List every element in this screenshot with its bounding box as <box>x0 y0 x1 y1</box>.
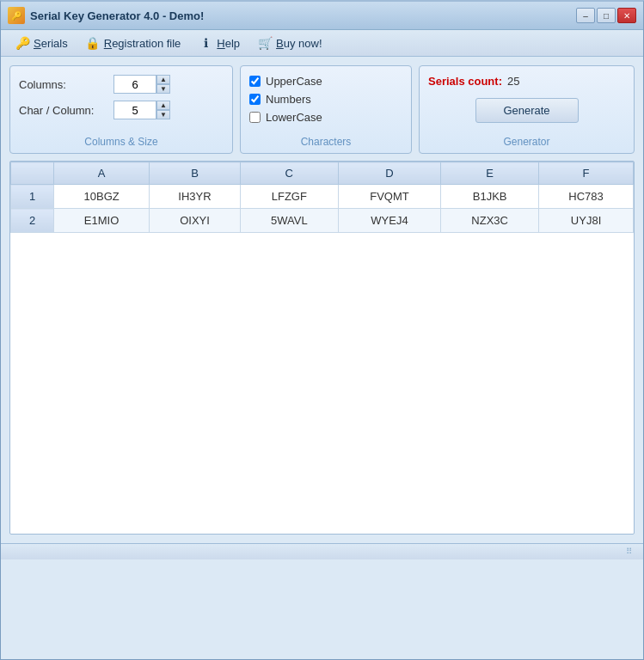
panel-columns-size: Columns: 6 ▲ ▼ Char / Column: 5 ▲ <box>9 65 233 154</box>
serials-table-container: A B C D E F 110BGZIH3YRLFZGFFVQMTB1JKBHC… <box>9 161 635 535</box>
generate-button[interactable]: Generate <box>475 98 579 123</box>
row-number: 2 <box>11 209 54 233</box>
cell-a: 10BGZ <box>54 185 150 209</box>
cell-b: IH3YR <box>150 185 241 209</box>
registration-icon: 🔒 <box>85 35 101 51</box>
columns-input[interactable]: 6 <box>113 75 156 94</box>
lowercase-checkbox[interactable] <box>249 112 261 123</box>
uppercase-checkbox[interactable] <box>249 76 261 87</box>
table-row: 2E1MIOOIXYI5WAVLWYEJ4NZX3CUYJ8I <box>11 209 634 233</box>
row-number: 1 <box>11 185 54 209</box>
table-header-row: A B C D E F <box>11 162 634 185</box>
maximize-button[interactable]: □ <box>597 8 616 23</box>
menu-buy[interactable]: 🛒 Buy now! <box>250 33 328 53</box>
serials-icon: 🔑 <box>15 35 30 51</box>
table-header-b: B <box>150 162 241 185</box>
char-column-spinner-buttons: ▲ ▼ <box>156 101 170 119</box>
resize-grip[interactable]: ⠿ <box>626 547 636 557</box>
cell-f: UYJ8I <box>539 209 634 233</box>
generator-panel-label: Generator <box>420 136 634 148</box>
window-title: Serial Key Generator 4.0 - Demo! <box>30 9 204 22</box>
columns-spinner-buttons: ▲ ▼ <box>156 75 170 94</box>
serials-count-value: 25 <box>507 75 519 88</box>
menu-registration[interactable]: 🔒 Registration file <box>78 33 188 53</box>
char-column-input[interactable]: 5 <box>113 101 156 119</box>
empty-area <box>10 233 634 534</box>
columns-label: Columns: <box>19 78 113 91</box>
close-button[interactable]: ✕ <box>617 8 636 23</box>
menu-bar: 🔑 Serials 🔒 Registration file ℹ Help 🛒 B… <box>1 30 643 57</box>
menu-buy-label: Buy now! <box>276 37 322 50</box>
cell-c: LFZGF <box>240 185 338 209</box>
buy-icon: 🛒 <box>257 35 273 51</box>
app-icon: 🔑 <box>8 7 25 24</box>
main-window: 🔑 Serial Key Generator 4.0 - Demo! – □ ✕… <box>0 0 644 660</box>
cell-e: B1JKB <box>441 185 539 209</box>
numbers-row: Numbers <box>249 93 402 106</box>
table-header-d: D <box>338 162 440 185</box>
menu-help[interactable]: ℹ Help <box>191 33 247 53</box>
columns-row: Columns: 6 ▲ ▼ <box>19 75 224 94</box>
characters-panel-label: Characters <box>241 136 411 148</box>
content-area: Columns: 6 ▲ ▼ Char / Column: 5 ▲ <box>1 57 643 543</box>
help-icon: ℹ <box>198 35 213 51</box>
menu-registration-label: Registration file <box>104 37 181 50</box>
cell-a: E1MIO <box>54 209 150 233</box>
cell-d: WYEJ4 <box>338 209 440 233</box>
table-header-num <box>11 162 54 185</box>
serials-table: A B C D E F 110BGZIH3YRLFZGFFVQMTB1JKBHC… <box>10 162 634 233</box>
menu-serials-label: Serials <box>34 37 68 50</box>
uppercase-row: UpperCase <box>249 75 402 88</box>
cell-b: OIXYI <box>150 209 241 233</box>
menu-serials[interactable]: 🔑 Serials <box>8 33 75 53</box>
lowercase-row: LowerCase <box>249 111 402 124</box>
table-header-f: F <box>539 162 634 185</box>
char-column-down-button[interactable]: ▼ <box>156 110 170 119</box>
cell-d: FVQMT <box>338 185 440 209</box>
columns-up-button[interactable]: ▲ <box>156 75 170 84</box>
columns-size-label: Columns & Size <box>10 136 232 148</box>
char-column-label: Char / Column: <box>19 104 113 117</box>
numbers-checkbox[interactable] <box>249 94 261 105</box>
panels-row: Columns: 6 ▲ ▼ Char / Column: 5 ▲ <box>9 65 635 154</box>
char-column-up-button[interactable]: ▲ <box>156 101 170 110</box>
lowercase-label: LowerCase <box>266 111 322 124</box>
char-column-spinner: 5 ▲ ▼ <box>113 101 170 119</box>
table-row: 110BGZIH3YRLFZGFFVQMTB1JKBHC783 <box>11 185 634 209</box>
columns-spinner: 6 ▲ ▼ <box>113 75 170 94</box>
uppercase-label: UpperCase <box>266 75 322 88</box>
serials-count-row: Serials count: 25 <box>428 75 625 88</box>
status-bar: ⠿ <box>1 543 643 559</box>
table-body: 110BGZIH3YRLFZGFFVQMTB1JKBHC7832E1MIOOIX… <box>11 185 634 233</box>
cell-e: NZX3C <box>441 209 539 233</box>
table-header-c: C <box>240 162 338 185</box>
table-header-a: A <box>54 162 150 185</box>
panel-generator: Serials count: 25 Generate Generator <box>419 65 635 154</box>
title-bar-buttons: – □ ✕ <box>576 8 636 23</box>
menu-help-label: Help <box>217 37 240 50</box>
title-bar: 🔑 Serial Key Generator 4.0 - Demo! – □ ✕ <box>1 2 643 30</box>
serials-count-label: Serials count: <box>428 75 502 88</box>
columns-down-button[interactable]: ▼ <box>156 84 170 94</box>
cell-c: 5WAVL <box>240 209 338 233</box>
table-header-e: E <box>441 162 539 185</box>
minimize-button[interactable]: – <box>576 8 595 23</box>
panel-characters: UpperCase Numbers LowerCase Characters <box>240 65 412 154</box>
title-bar-left: 🔑 Serial Key Generator 4.0 - Demo! <box>8 7 204 24</box>
char-column-row: Char / Column: 5 ▲ ▼ <box>19 101 224 119</box>
numbers-label: Numbers <box>266 93 311 106</box>
cell-f: HC783 <box>539 185 634 209</box>
